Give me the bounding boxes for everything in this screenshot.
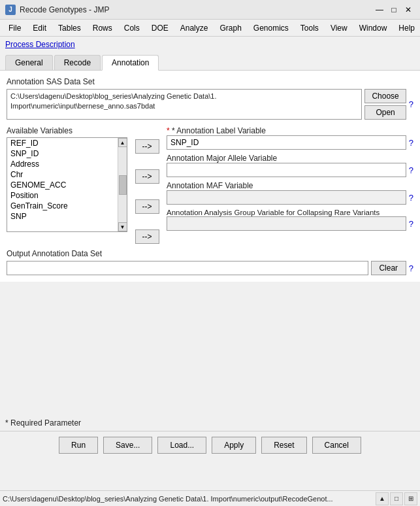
menu-graph[interactable]: Graph xyxy=(214,22,247,35)
variables-annotation-area: Available Variables REF_ID SNP_ID Addres… xyxy=(7,126,413,244)
tab-general[interactable]: General xyxy=(5,55,53,70)
label-variable-header: * * Annotation Label Variable xyxy=(167,126,413,135)
annotation-fields: * * Annotation Label Variable ? Annotati… xyxy=(167,126,413,244)
run-button[interactable]: Run xyxy=(59,437,98,454)
file-path-display: C:\Users\dagenu\Desktop\blog_series\Anal… xyxy=(7,89,362,120)
menu-genomics[interactable]: Genomics xyxy=(248,22,295,35)
scroll-thumb[interactable] xyxy=(119,175,127,195)
output-row: Clear ? xyxy=(7,261,413,275)
arrow-major-allele[interactable]: --> xyxy=(135,169,159,184)
menu-file[interactable]: File xyxy=(3,22,27,35)
app-icon: J xyxy=(5,5,16,15)
file-path-row: C:\Users\dagenu\Desktop\blog_series\Anal… xyxy=(7,89,413,120)
menu-edit[interactable]: Edit xyxy=(27,22,52,35)
dataset-label: Annotation SAS Data Set xyxy=(7,77,413,86)
status-window-icon[interactable]: □ xyxy=(390,492,403,505)
status-path: C:\Users\dagenu\Desktop\blog_series\Anal… xyxy=(3,495,376,503)
menu-window[interactable]: Window xyxy=(353,22,393,35)
arrow-group-variable[interactable]: --> xyxy=(135,229,159,244)
apply-button[interactable]: Apply xyxy=(212,437,256,454)
major-allele-input[interactable] xyxy=(167,163,406,177)
output-help[interactable]: ? xyxy=(409,263,413,273)
menu-view[interactable]: View xyxy=(325,22,353,35)
choose-button[interactable]: Choose xyxy=(364,89,406,103)
menu-help[interactable]: Help xyxy=(393,22,420,35)
arrow-label-variable[interactable]: --> xyxy=(135,139,159,154)
close-button[interactable]: ✕ xyxy=(402,3,415,16)
process-description-link[interactable]: Process Description xyxy=(0,37,420,52)
required-note: * Required Parameter xyxy=(5,418,81,428)
menu-bar: File Edit Tables Rows Cols DOE Analyze G… xyxy=(0,20,420,37)
title-bar-text: Recode Genotypes - JMP xyxy=(20,5,373,14)
tab-annotation[interactable]: Annotation xyxy=(102,55,159,71)
title-bar: J Recode Genotypes - JMP — □ ✕ xyxy=(0,0,420,20)
maf-help[interactable]: ? xyxy=(409,193,413,203)
status-bar: C:\Users\dagenu\Desktop\blog_series\Anal… xyxy=(0,490,420,506)
variables-list[interactable]: REF_ID SNP_ID Address Chr GENOME_ACC Pos… xyxy=(7,137,127,232)
label-variable-input[interactable] xyxy=(167,135,406,150)
status-up-icon[interactable]: ▲ xyxy=(376,492,389,505)
tab-recode[interactable]: Recode xyxy=(54,55,101,70)
major-allele-header: Annotation Major Allele Variable xyxy=(167,154,413,163)
menu-cols[interactable]: Cols xyxy=(118,22,146,35)
var-snp-id[interactable]: SNP_ID xyxy=(7,148,118,159)
title-bar-controls: — □ ✕ xyxy=(373,3,415,16)
menu-tools[interactable]: Tools xyxy=(295,22,325,35)
var-position[interactable]: Position xyxy=(7,190,118,201)
menu-tables[interactable]: Tables xyxy=(52,22,87,35)
var-snp[interactable]: SNP xyxy=(7,211,118,222)
arrow-buttons-column: --> --> --> --> xyxy=(127,126,167,244)
scrollbar[interactable]: ▲ ▼ xyxy=(118,138,127,231)
save-button[interactable]: Save... xyxy=(103,437,152,454)
output-input[interactable] xyxy=(7,261,368,275)
scroll-up[interactable]: ▲ xyxy=(118,138,127,147)
var-gentrain[interactable]: GenTrain_Score xyxy=(7,201,118,211)
maf-input[interactable] xyxy=(167,190,406,205)
major-allele-help[interactable]: ? xyxy=(409,165,413,175)
bottom-buttons: Run Save... Load... Apply Reset Cancel xyxy=(0,431,420,459)
variables-header: Available Variables xyxy=(7,126,127,135)
choose-open-column: Choose Open xyxy=(364,89,406,120)
var-ref-id[interactable]: REF_ID xyxy=(7,138,118,148)
status-expand-icon[interactable]: ⊞ xyxy=(404,492,417,505)
arrow-maf[interactable]: --> xyxy=(135,199,159,214)
var-address[interactable]: Address xyxy=(7,159,118,169)
group-variable-input[interactable] xyxy=(167,216,406,231)
status-icons: ▲ □ ⊞ xyxy=(376,492,417,505)
scroll-down[interactable]: ▼ xyxy=(118,222,127,231)
label-variable-help[interactable]: ? xyxy=(409,138,413,148)
group-variable-help[interactable]: ? xyxy=(409,219,413,229)
clear-button[interactable]: Clear xyxy=(371,261,406,275)
load-button[interactable]: Load... xyxy=(157,437,206,454)
reset-button[interactable]: Reset xyxy=(261,437,306,454)
maximize-button[interactable]: □ xyxy=(387,3,400,16)
main-content: Annotation SAS Data Set C:\Users\dagenu\… xyxy=(0,71,420,282)
open-button[interactable]: Open xyxy=(364,105,406,120)
output-label: Output Annotation Data Set xyxy=(7,249,413,258)
minimize-button[interactable]: — xyxy=(373,3,386,16)
maf-header: Annotation MAF Variable xyxy=(167,181,413,190)
menu-doe[interactable]: DOE xyxy=(146,22,174,35)
group-variable-header: Annotation Analysis Group Variable for C… xyxy=(167,209,413,216)
content-wrapper: Process Description General Recode Annot… xyxy=(0,37,420,475)
tabs-bar: General Recode Annotation xyxy=(0,52,420,71)
menu-analyze[interactable]: Analyze xyxy=(174,22,214,35)
var-chr[interactable]: Chr xyxy=(7,169,118,180)
var-genome-acc[interactable]: GENOME_ACC xyxy=(7,180,118,190)
menu-rows[interactable]: Rows xyxy=(87,22,118,35)
cancel-button[interactable]: Cancel xyxy=(312,437,361,454)
dataset-help-icon[interactable]: ? xyxy=(409,89,413,120)
variables-panel: Available Variables REF_ID SNP_ID Addres… xyxy=(7,126,127,244)
